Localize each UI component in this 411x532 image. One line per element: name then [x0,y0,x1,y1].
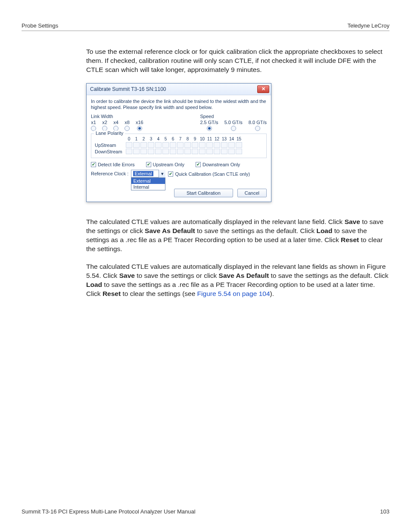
lane-cell[interactable] [140,149,147,154]
lane-cell[interactable] [148,149,154,154]
lane-cell[interactable] [162,142,169,148]
lane-cell[interactable] [236,142,242,148]
lane-cell[interactable] [192,149,198,154]
dialog-instruction: In order to calibrate the device the lin… [91,99,267,111]
lane-cell[interactable] [170,142,176,148]
speed-group: Speed 2.5 GT/s5.0 GT/s8.0 GT/s [200,114,267,131]
page-header: Probe Settings Teledyne LeCroy [22,22,389,31]
lane-cell[interactable] [155,142,162,148]
lane-cell[interactable] [192,142,198,148]
lane-cell[interactable] [236,149,242,154]
dialog-title: Calibrate Summit T3-16 SN:1100 [90,86,166,92]
refclock-option[interactable]: External [131,178,165,184]
lane-headers: 0123456789101112131415 [126,137,263,141]
linkwidth-option[interactable]: x2 [102,120,107,131]
linkwidth-option[interactable]: x8 [125,120,130,131]
close-icon[interactable]: ✕ [257,85,269,93]
linkwidth-option[interactable]: x16 [136,120,143,131]
speed-label: Speed [200,114,267,119]
detect-idle-checkbox[interactable]: Detect Idle Errors [91,162,135,167]
upstream-only-checkbox[interactable]: Upstream Only [146,162,184,167]
lane-polarity-legend: Lane Polarity [94,131,125,136]
linkwidth-group: Link Width x1x2x4x8x16 [91,114,143,131]
lane-cell[interactable] [214,149,220,154]
footer-page: 103 [380,508,389,515]
dialog-titlebar: Calibrate Summit T3-16 SN:1100 ✕ [87,84,271,95]
lane-cell[interactable] [133,149,140,154]
speed-option[interactable]: 8.0 GT/s [249,120,267,131]
lane-cell[interactable] [214,142,220,148]
speed-option[interactable]: 2.5 GT/s [200,120,218,131]
lane-cell[interactable] [155,149,162,154]
lane-cell[interactable] [126,149,132,154]
chevron-down-icon[interactable]: ▾ [159,170,165,177]
paragraph-2: The calculated CTLE values are automatic… [86,218,389,254]
refclock-combo[interactable]: External ▾ ExternalInternal [131,170,165,177]
start-calibration-button[interactable]: Start Calibration [174,189,233,197]
lane-row: DownStream [95,149,263,154]
lane-polarity-fieldset: Lane Polarity 0123456789101112131415 UpS… [91,134,267,158]
lane-cell[interactable] [177,149,184,154]
cancel-button[interactable]: Cancel [237,189,267,197]
lane-cell[interactable] [221,142,227,148]
header-left: Probe Settings [22,22,58,29]
linkwidth-option[interactable]: x1 [91,120,96,131]
refclock-option[interactable]: Internal [131,184,165,190]
lane-cell[interactable] [199,142,206,148]
lane-cell[interactable] [177,142,184,148]
calibrate-dialog: Calibrate Summit T3-16 SN:1100 ✕ In orde… [86,83,271,202]
lane-cell[interactable] [184,142,191,148]
lane-cell[interactable] [140,142,147,148]
linkwidth-label: Link Width [91,114,143,119]
speed-option[interactable]: 5.0 GT/s [224,120,243,131]
lane-cell[interactable] [199,149,206,154]
lane-cell[interactable] [162,149,169,154]
paragraph-3: The calculated CTLE values are automatic… [86,262,389,299]
quick-calibration-checkbox[interactable]: Quick Calibration (Scan CTLE only) [168,171,250,177]
lane-cell[interactable] [228,142,235,148]
speed-radios: 2.5 GT/s5.0 GT/s8.0 GT/s [200,120,267,131]
page-footer: Summit T3-16 PCI Express Multi-Lane Prot… [22,505,389,515]
lane-cell[interactable] [206,142,213,148]
paragraph-1: To use the external reference clock or f… [86,47,389,75]
lane-cell[interactable] [228,149,235,154]
refclock-list: ExternalInternal [131,177,165,190]
linkwidth-radios: x1x2x4x8x16 [91,120,143,131]
lane-rows: UpStreamDownStream [95,142,263,154]
lane-cell[interactable] [133,142,140,148]
lane-cell[interactable] [221,149,227,154]
footer-left: Summit T3-16 PCI Express Multi-Lane Prot… [22,508,196,515]
figure-link[interactable]: Figure 5.54 on page 104 [197,290,270,297]
lane-cell[interactable] [148,142,154,148]
lane-row: UpStream [95,142,263,148]
header-right: Teledyne LeCroy [347,22,389,29]
lane-cell[interactable] [170,149,176,154]
lane-cell[interactable] [184,149,191,154]
linkwidth-option[interactable]: x4 [113,120,118,131]
lane-cell[interactable] [206,149,213,154]
refclock-label: Reference Clock : [91,171,128,176]
lane-cell[interactable] [126,142,132,148]
downstream-only-checkbox[interactable]: Downstream Only [196,162,240,167]
